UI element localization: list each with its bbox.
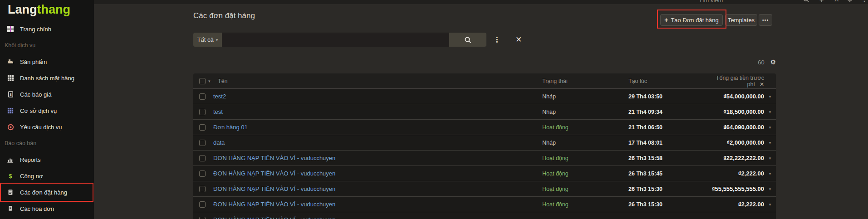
filter-dropdown[interactable]: Tất cả ▾ [193,33,222,47]
row-checkbox[interactable] [199,140,206,146]
order-name-link[interactable]: test2 [213,93,226,100]
table-row: testNháp21 Th4 09:34₫18,500,000.00▾ [193,104,776,120]
templates-button[interactable]: Templates [725,14,757,26]
kebab-icon[interactable]: ⋮ [861,0,868,3]
table-row: dataNháp17 Th4 08:01₫2,000,000.00▾ [193,135,776,151]
row-checkbox[interactable] [199,217,206,219]
status-badge: Nháp [542,93,628,100]
clear-search-icon[interactable]: ✕ [514,34,524,46]
status-badge: Hoạt động [542,124,628,131]
logo-part-2: thang [37,3,71,16]
sidebar-item[interactable]: Các hóa đơn [0,200,94,217]
plus-icon: + [664,16,668,24]
table-header-row: ▾ Tên Trạng thái Tạo lúc Tổng giá tiền t… [193,73,776,89]
total-amount: ₫22,222,222.00 [699,155,764,161]
row-checkbox[interactable] [199,186,206,192]
svg-text:$: $ [9,173,12,180]
dollar-icon: $ [6,172,15,180]
header-status[interactable]: Trạng thái [542,78,628,84]
sidebar-item-label: Cơ sở dịch vụ [20,107,57,114]
status-badge: Hoạt động [542,170,628,177]
create-order-button[interactable]: + Tạo Đơn đặt hàng [660,14,723,26]
plus-icon[interactable]: + [819,0,827,3]
total-amount: ₫2,000,000.00 [699,139,764,146]
svg-text:$: $ [10,92,12,97]
product-icon [6,58,15,65]
row-checkbox[interactable] [199,109,206,115]
target-icon [6,124,15,131]
row-checkbox[interactable] [199,124,206,131]
search-icon[interactable] [803,0,810,3]
order-name-link[interactable]: ĐƠN HÀNG NẠP TIỀN VÀO VÍ - vuducchuyen [213,170,335,177]
sidebar-item[interactable]: Cơ sở dịch vụ [0,102,94,119]
sidebar-item[interactable]: Sản phẩm [0,54,94,70]
bell-icon[interactable] [847,0,854,3]
search-menu-kebab-icon[interactable]: ⋮ [493,34,501,46]
sidebar-section-label: Khối dịch vụ [0,37,94,54]
sidebar-item[interactable]: Reports [0,151,94,168]
row-checkbox[interactable] [199,155,206,161]
order-name-link[interactable]: Đơn hàng 01 [213,124,248,131]
grid-3x3-blue-icon [6,107,15,114]
row-dropdown-icon[interactable]: ▾ [764,156,776,161]
table-row: ĐƠN HÀNG NẠP TIỀN VÀO VÍ - vuducchuyenHo… [193,197,776,212]
list-search-input[interactable] [222,33,449,47]
header-total[interactable]: Tổng giá tiền trước phí✕ [699,75,764,88]
created-timestamp: 29 Th4 03:50 [628,93,699,100]
row-dropdown-icon[interactable]: ▾ [764,187,776,191]
sidebar-item[interactable]: $Các báo giá [0,86,94,102]
chevron-down-icon[interactable]: ▾ [208,79,211,83]
row-dropdown-icon[interactable]: ▾ [764,171,776,176]
sidebar-item[interactable]: Danh sách mặt hàng [0,70,94,86]
order-name-link[interactable]: test [213,108,223,115]
search-button[interactable] [449,33,486,47]
created-timestamp: 21 Th4 06:50 [628,124,699,131]
quote-doc-icon: $ [6,91,15,98]
sidebar-item[interactable]: Các đơn đặt hàng [0,184,94,200]
row-check-cell [193,140,213,146]
gear-icon[interactable]: ⚙ [770,58,776,66]
table-row: test2Nháp29 Th4 03:50₫54,000,000.00▾ [193,89,776,104]
row-check-cell [193,201,213,208]
sidebar-item[interactable]: Trang chính [0,21,94,37]
row-checkbox[interactable] [199,170,206,177]
sidebar-item-label: Các hóa đơn [20,205,54,212]
row-checkbox[interactable] [199,93,206,100]
row-check-cell [193,186,213,192]
row-dropdown-icon[interactable]: ▾ [764,94,776,99]
row-dropdown-icon[interactable]: ▾ [764,125,776,130]
header-name[interactable]: Tên [213,78,542,84]
sidebar-section-label: Báo cáo bán [0,135,94,151]
table-body: test2Nháp29 Th4 03:50₫54,000,000.00▾test… [193,89,776,219]
app-logo[interactable]: Langthang [0,0,94,16]
sidebar-item[interactable]: $Công nợ [0,168,94,184]
sidebar-item-label: Các báo giá [20,91,51,98]
row-dropdown-icon[interactable]: ▾ [764,141,776,145]
order-name-link[interactable]: ĐƠN HÀNG NẠP TIỀN VÀO VÍ - vuducchuyen [213,185,335,192]
result-count-row: 60 ⚙ [193,58,776,66]
row-checkbox[interactable] [199,201,206,208]
more-actions-button[interactable]: ••• [759,14,772,26]
order-name-link[interactable]: ĐƠN HÀNG NẠP TIỀN VÀO VÍ - vuducchuyen [213,201,335,208]
letter-a-icon[interactable]: A [834,0,842,3]
status-badge: Hoạt động [542,155,628,161]
remove-column-icon[interactable]: ✕ [760,81,764,88]
row-check-cell [193,124,213,131]
sidebar-menu: Trang chínhKhối dịch vụSản phẩmDanh sách… [0,21,94,217]
row-dropdown-icon[interactable]: ▾ [764,110,776,114]
row-dropdown-icon[interactable]: ▾ [764,202,776,207]
sidebar-item[interactable]: Yêu cầu dịch vụ [0,119,94,135]
global-search-placeholder[interactable]: Tìm kiếm [699,0,723,4]
select-all-checkbox[interactable] [199,78,206,84]
row-check-cell [193,217,213,219]
order-name-link[interactable]: ĐƠN HÀNG NẠP TIỀN VÀO VÍ - vuducchuyen [213,155,335,161]
header-created[interactable]: Tạo lúc [628,78,699,84]
created-timestamp: 26 Th3 15:58 [628,155,699,161]
row-check-cell [193,155,213,161]
total-amount: ₫2,222.00 [699,170,764,177]
order-name-link[interactable]: data [213,139,225,146]
total-amount: ₫54,000,000.00 [699,93,764,100]
order-name-link[interactable]: ĐƠN HÀNG NẠP TIỀN VÀO VÍ - vuducchuyen [213,216,335,219]
top-navbar: Tìm kiếm + A ⋮ [0,0,868,4]
app-window: Tìm kiếm + A ⋮ Langthang Trang chínhKhối… [0,0,868,219]
